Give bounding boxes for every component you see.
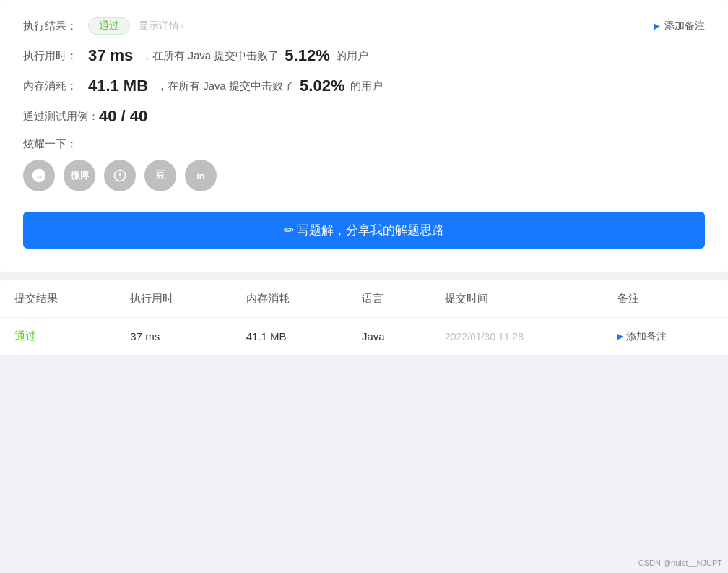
submissions-table: 提交结果 执行用时 内存消耗 语言 提交时间 备注 通过 37 ms 41.1 …: [0, 280, 728, 356]
add-note-button[interactable]: ▶ 添加备注: [654, 20, 705, 33]
row-memory: 41.1 MB: [232, 318, 347, 356]
execution-time-unit: ms: [110, 46, 133, 65]
play-row-icon: ▶: [618, 332, 623, 341]
wechat-icon[interactable]: [23, 160, 55, 191]
execution-result-row: 执行结果： 通过 显示详情 › ▶ 添加备注: [23, 17, 705, 35]
row-result: 通过: [0, 318, 116, 356]
execution-time-label: 执行用时：: [23, 49, 88, 63]
douban-icon[interactable]: 豆: [144, 160, 176, 191]
social-icons-row: 微博 豆 in: [23, 160, 705, 191]
show-detail-link[interactable]: 显示详情 ›: [139, 20, 183, 33]
col-timestamp: 提交时间: [430, 280, 603, 318]
row-note[interactable]: ▶ 添加备注: [603, 318, 728, 356]
execution-time-value: 37: [88, 46, 105, 65]
pass-text: 通过: [14, 329, 36, 342]
col-memory: 内存消耗: [232, 280, 347, 318]
weibo-icon[interactable]: 微博: [64, 160, 95, 191]
test-cases-value: 40 / 40: [99, 107, 147, 126]
execution-time-percent: 5.12%: [285, 46, 329, 65]
table-header-row: 提交结果 执行用时 内存消耗 语言 提交时间 备注: [0, 280, 728, 318]
submissions-table-card: 提交结果 执行用时 内存消耗 语言 提交时间 备注 通过 37 ms 41.1 …: [0, 280, 728, 356]
col-note: 备注: [603, 280, 728, 318]
memory-desc: ，在所有 Java 提交中击败了: [157, 79, 294, 93]
test-cases-label: 通过测试用例：: [23, 110, 99, 124]
add-note-label: 添加备注: [664, 20, 705, 33]
col-result: 提交结果: [0, 280, 116, 318]
add-note-row-link[interactable]: ▶ 添加备注: [618, 330, 714, 343]
row-timestamp: 2022/01/30 11:28: [430, 318, 603, 356]
test-cases-row: 通过测试用例： 40 / 40: [23, 107, 705, 126]
write-solution-button[interactable]: ✏ 写题解，分享我的解题思路: [23, 212, 705, 249]
memory-unit: MB: [124, 77, 148, 95]
memory-percent: 5.02%: [300, 77, 344, 95]
col-time: 执行用时: [116, 280, 231, 318]
pass-badge: 通过: [88, 17, 130, 35]
play-icon: ▶: [654, 21, 660, 31]
share-label: 炫耀一下：: [23, 137, 705, 151]
row-time: 37 ms: [116, 318, 231, 356]
execution-time-desc: ，在所有 Java 提交中击败了: [142, 49, 279, 63]
execution-time-row: 执行用时： 37 ms ，在所有 Java 提交中击败了 5.12% 的用户: [23, 46, 705, 65]
timestamp-text: 2022/01/30 11:28: [445, 331, 524, 342]
table-row: 通过 37 ms 41.1 MB Java 2022/01/30 11:28 ▶…: [0, 318, 728, 356]
chevron-icon: ›: [181, 21, 183, 31]
show-detail-text: 显示详情: [139, 20, 179, 33]
execution-time-suffix: 的用户: [336, 49, 368, 63]
memory-value: 41.1: [88, 77, 119, 95]
col-language: 语言: [347, 280, 430, 318]
add-note-row-text: 添加备注: [626, 330, 667, 343]
memory-label: 内存消耗：: [23, 79, 88, 93]
result-card: 执行结果： 通过 显示详情 › ▶ 添加备注 执行用时： 37 ms ，在所有 …: [0, 0, 728, 272]
memory-row: 内存消耗： 41.1 MB ，在所有 Java 提交中击败了 5.02% 的用户: [23, 77, 705, 95]
qq-icon[interactable]: [104, 160, 136, 191]
memory-suffix: 的用户: [350, 79, 383, 93]
linkedin-icon[interactable]: in: [185, 160, 217, 191]
row-language: Java: [347, 318, 430, 356]
execution-result-label: 执行结果：: [23, 20, 88, 33]
